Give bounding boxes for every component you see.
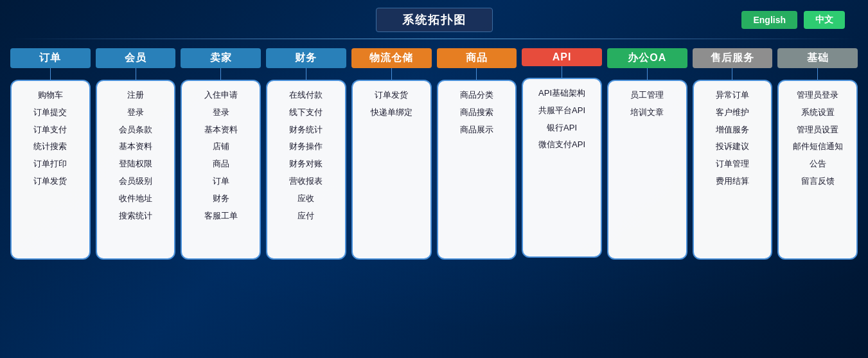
list-item: 员工管理 xyxy=(630,89,664,102)
list-item: 搜索统计 xyxy=(119,210,152,223)
list-item: 财务统计 xyxy=(289,123,323,137)
card-logistics: 订单发货快递单绑定 xyxy=(351,80,432,260)
list-item: 银行API xyxy=(547,121,577,135)
list-item: 培训文章 xyxy=(630,106,664,120)
list-item: 营收报表 xyxy=(289,175,323,188)
column-order: 订单购物车订单提交订单支付统计搜索订单打印订单发货 xyxy=(10,48,91,260)
column-goods: 商品商品分类商品搜索商品展示 xyxy=(437,48,517,260)
list-item: 商品 xyxy=(213,157,229,171)
list-item: 统计搜索 xyxy=(33,140,67,154)
list-item: 管理员登录 xyxy=(797,89,838,102)
column-member: 会员注册登录会员条款基本资料登陆权限会员级别收件地址搜索统计 xyxy=(96,48,176,260)
connector-goods xyxy=(476,68,477,80)
col-header-goods: 商品 xyxy=(437,48,517,68)
col-header-order: 订单 xyxy=(10,48,91,68)
list-item: 应付 xyxy=(297,210,314,223)
list-item: 订单支付 xyxy=(33,123,67,137)
col-header-logistics: 物流仓储 xyxy=(351,48,432,68)
connector-logistics xyxy=(391,68,392,80)
col-header-basic: 基础 xyxy=(777,48,858,68)
column-api: APIAPI基础架构共服平台API银行API微信支付API xyxy=(522,48,602,258)
page-container: 系统拓扑图 English 中文 订单购物车订单提交订单支付统计搜索订单打印订单… xyxy=(0,0,868,358)
card-order: 购物车订单提交订单支付统计搜索订单打印订单发货 xyxy=(10,80,91,260)
col-header-finance: 财务 xyxy=(266,48,346,68)
card-office: 员工管理培训文章 xyxy=(607,80,687,260)
list-item: 在线付款 xyxy=(289,89,323,102)
connector-office xyxy=(647,68,648,80)
list-item: 店铺 xyxy=(213,140,229,154)
connector-seller xyxy=(220,68,221,80)
column-basic: 基础管理员登录系统设置管理员设置邮件短信通知公告留言反馈 xyxy=(777,48,858,260)
list-item: 收件地址 xyxy=(119,192,152,206)
list-item: 订单发货 xyxy=(33,175,67,188)
list-item: 留言反馈 xyxy=(801,175,835,188)
column-afterservice: 售后服务异常订单客户维护增值服务投诉建议订单管理费用结算 xyxy=(693,48,773,260)
list-item: 订单管理 xyxy=(716,157,749,171)
list-item: 管理员设置 xyxy=(797,123,838,137)
connector-basic xyxy=(817,68,818,80)
list-item: 费用结算 xyxy=(716,175,749,188)
list-item: 商品搜索 xyxy=(460,106,493,120)
connector-member xyxy=(136,68,136,80)
column-logistics: 物流仓储订单发货快递单绑定 xyxy=(351,48,432,260)
lang-buttons: English 中文 xyxy=(741,11,845,29)
card-member: 注册登录会员条款基本资料登陆权限会员级别收件地址搜索统计 xyxy=(96,80,176,260)
card-afterservice: 异常订单客户维护增值服务投诉建议订单管理费用结算 xyxy=(693,80,773,260)
connector-finance xyxy=(306,68,306,80)
card-basic: 管理员登录系统设置管理员设置邮件短信通知公告留言反馈 xyxy=(777,80,858,260)
list-item: 购物车 xyxy=(38,89,63,102)
card-api: API基础架构共服平台API银行API微信支付API xyxy=(522,78,602,258)
list-item: 商品展示 xyxy=(460,123,493,137)
connector-afterservice xyxy=(732,68,732,80)
list-item: 登录 xyxy=(213,106,229,120)
list-item: 客户维护 xyxy=(716,106,749,120)
list-item: 入住申请 xyxy=(204,89,238,102)
list-item: 系统设置 xyxy=(801,106,835,120)
list-item: 基本资料 xyxy=(204,123,238,137)
lang-chinese-button[interactable]: 中文 xyxy=(804,11,845,29)
list-item: 异常订单 xyxy=(716,89,749,102)
list-item: 商品分类 xyxy=(460,89,493,102)
column-seller: 卖家入住申请登录基本资料店铺商品订单财务客服工单 xyxy=(181,48,261,260)
list-item: 登陆权限 xyxy=(119,157,152,171)
list-item: 公告 xyxy=(810,157,826,171)
list-item: 增值服务 xyxy=(716,123,749,137)
list-item: 登录 xyxy=(127,106,144,120)
divider xyxy=(10,39,858,39)
col-header-office: 办公OA xyxy=(607,48,687,68)
list-item: 财务对账 xyxy=(289,157,323,171)
list-item: 会员条款 xyxy=(119,123,152,137)
list-item: 共服平台API xyxy=(538,104,585,118)
list-item: 客服工单 xyxy=(204,210,238,223)
list-item: 微信支付API xyxy=(538,138,585,152)
list-item: 订单打印 xyxy=(33,157,67,171)
column-finance: 财务在线付款线下支付财务统计财务操作财务对账营收报表应收应付 xyxy=(266,48,346,260)
list-item: 基本资料 xyxy=(119,140,152,154)
list-item: 订单提交 xyxy=(33,106,67,120)
card-seller: 入住申请登录基本资料店铺商品订单财务客服工单 xyxy=(181,80,261,260)
page-title: 系统拓扑图 xyxy=(376,8,493,32)
list-item: 会员级别 xyxy=(119,175,152,188)
list-item: 订单发货 xyxy=(375,89,408,102)
col-header-member: 会员 xyxy=(96,48,176,68)
columns-container: 订单购物车订单提交订单支付统计搜索订单打印订单发货会员注册登录会员条款基本资料登… xyxy=(10,48,858,260)
col-header-api: API xyxy=(522,48,602,66)
list-item: API基础架构 xyxy=(538,87,585,100)
list-item: 应收 xyxy=(297,192,314,206)
list-item: 订单 xyxy=(213,175,229,188)
connector-api xyxy=(562,66,562,78)
list-item: 投诉建议 xyxy=(716,140,749,154)
list-item: 注册 xyxy=(127,89,144,102)
card-finance: 在线付款线下支付财务统计财务操作财务对账营收报表应收应付 xyxy=(266,80,346,260)
lang-english-button[interactable]: English xyxy=(741,11,797,29)
list-item: 财务 xyxy=(213,192,229,206)
header: 系统拓扑图 English 中文 xyxy=(10,8,858,32)
list-item: 线下支付 xyxy=(289,106,323,120)
list-item: 财务操作 xyxy=(289,140,323,154)
col-header-seller: 卖家 xyxy=(181,48,261,68)
connector-order xyxy=(50,68,51,80)
card-goods: 商品分类商品搜索商品展示 xyxy=(437,80,517,260)
list-item: 邮件短信通知 xyxy=(793,140,843,154)
list-item: 快递单绑定 xyxy=(371,106,412,120)
column-office: 办公OA员工管理培训文章 xyxy=(607,48,687,260)
